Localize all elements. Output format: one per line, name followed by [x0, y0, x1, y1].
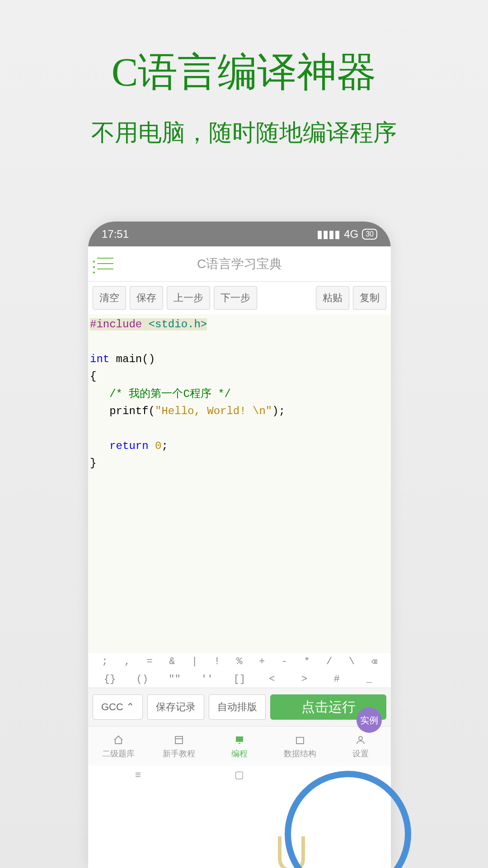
redo-button[interactable]: 下一步	[214, 286, 257, 310]
svg-rect-3	[239, 743, 240, 744]
code-editor[interactable]: #include <stdio.h> int main() { /* 我的第一个…	[88, 314, 391, 653]
nav-data-structure[interactable]: 数据结构	[270, 726, 330, 766]
monitor-icon	[233, 734, 246, 746]
save-button[interactable]: 保存	[130, 286, 163, 310]
toolbar: 清空 保存 上一步 下一步 粘贴 复制	[88, 282, 391, 314]
sym-semicolon[interactable]: ;	[94, 656, 116, 668]
menu-icon[interactable]	[97, 258, 113, 270]
status-bar: 17:51 ▮▮▮▮ 4G 30	[88, 222, 391, 246]
sym-brackets[interactable]: []	[223, 674, 256, 685]
save-record-button[interactable]: 保存记录	[147, 694, 204, 720]
sym-star[interactable]: *	[296, 656, 318, 668]
nav-tutorial[interactable]: 新手教程	[149, 726, 209, 766]
clear-button[interactable]: 清空	[93, 286, 126, 310]
sym-slash[interactable]: /	[318, 656, 341, 668]
sym-underscore[interactable]: _	[353, 674, 385, 685]
nav-settings[interactable]: 设置	[330, 726, 391, 766]
sym-parens[interactable]: ()	[126, 674, 159, 685]
app-header: C语言学习宝典	[88, 246, 391, 282]
battery-icon: 30	[362, 229, 377, 240]
nav-bar: 二级题库 新手教程 编程 数据结构 设置	[88, 726, 391, 766]
nav-coding[interactable]: 编程	[209, 726, 270, 766]
book-icon	[173, 734, 185, 746]
user-icon	[354, 734, 367, 746]
signal-icon: ▮▮▮▮	[317, 228, 340, 241]
sym-comma[interactable]: ,	[116, 656, 139, 668]
bottom-toolbar: GCC ⌃ 保存记录 自动排版 点击运行	[88, 688, 391, 726]
sym-percent[interactable]: %	[228, 656, 251, 668]
sym-plus[interactable]: +	[251, 656, 273, 668]
sym-equals[interactable]: =	[138, 656, 161, 668]
backspace-icon[interactable]: ⌫	[363, 656, 385, 668]
example-badge[interactable]: 实例	[357, 708, 382, 733]
sys-home-icon[interactable]: ▢	[235, 769, 244, 781]
sym-lt[interactable]: <	[256, 674, 288, 685]
promo-title: C语言编译神器	[0, 45, 488, 99]
svg-rect-4	[296, 737, 304, 744]
sym-gt[interactable]: >	[288, 674, 321, 685]
undo-button[interactable]: 上一步	[167, 286, 210, 310]
paste-button[interactable]: 粘贴	[316, 286, 349, 310]
promo-subtitle: 不用电脑，随时随地编译程序	[0, 117, 488, 149]
folder-icon	[294, 734, 306, 746]
sym-backslash[interactable]: \	[341, 656, 363, 668]
copy-button[interactable]: 复制	[353, 286, 386, 310]
sym-dquotes[interactable]: ""	[159, 674, 191, 685]
sym-squotes[interactable]: ''	[191, 674, 223, 685]
app-title: C语言学习宝典	[97, 255, 382, 273]
sym-amp[interactable]: &	[161, 656, 183, 668]
sym-braces[interactable]: {}	[94, 674, 126, 685]
svg-rect-2	[236, 736, 243, 742]
compiler-button[interactable]: GCC ⌃	[93, 694, 143, 720]
sym-minus[interactable]: -	[273, 656, 296, 668]
svg-point-5	[359, 736, 362, 740]
sym-bang[interactable]: !	[206, 656, 228, 668]
network-label: 4G	[344, 228, 358, 241]
svg-rect-0	[175, 736, 183, 744]
auto-format-button[interactable]: 自动排版	[209, 694, 266, 720]
symbol-row-2: {} () "" '' [] < > # _	[88, 671, 391, 688]
status-time: 17:51	[102, 228, 129, 241]
sym-hash[interactable]: #	[320, 674, 353, 685]
sys-menu-icon[interactable]: ≡	[135, 769, 141, 781]
symbol-row-1: ; , = & | ! % + - * / \ ⌫	[88, 653, 391, 671]
sym-pipe[interactable]: |	[183, 656, 206, 668]
nav-question-bank[interactable]: 二级题库	[88, 726, 149, 766]
home-icon	[112, 734, 125, 746]
